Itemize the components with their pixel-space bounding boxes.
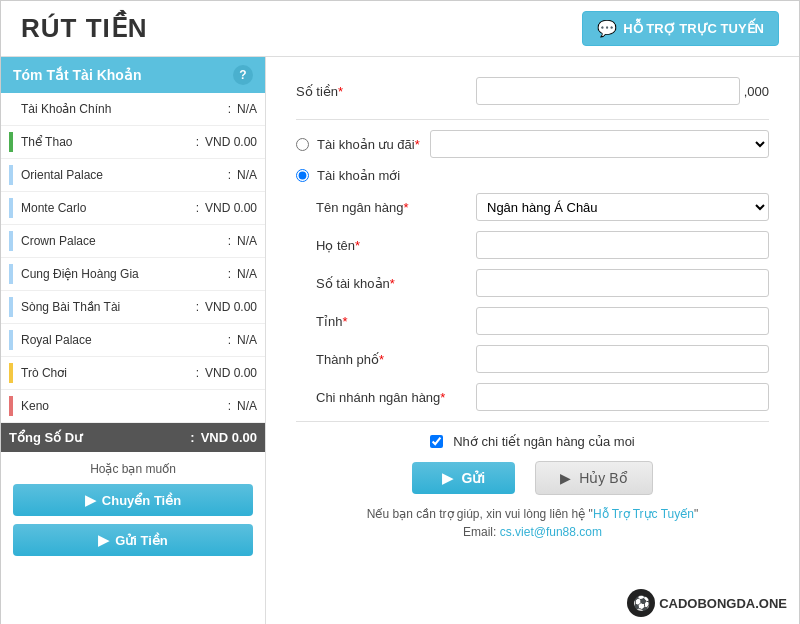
amount-suffix: ,000 <box>744 84 769 99</box>
branch-input[interactable] <box>476 383 769 411</box>
amount-label: Số tiền* <box>296 84 476 99</box>
amount-input[interactable] <box>476 77 740 105</box>
sidebar-item-name: Tài Khoản Chính <box>21 102 228 116</box>
sidebar-item-value: N/A <box>237 102 257 116</box>
sidebar-item-colon: : <box>228 267 231 281</box>
total-label: Tổng Số Dư <box>9 430 190 445</box>
sidebar-total-row: Tổng Số Dư : VND 0.00 <box>1 423 265 452</box>
sidebar-item-name: Monte Carlo <box>21 201 196 215</box>
city-input[interactable] <box>476 345 769 373</box>
sidebar-item-colon: : <box>196 300 199 314</box>
branch-row: Chi nhánh ngân hàng* <box>296 383 769 411</box>
cancel-button[interactable]: ▶ Hủy Bổ <box>535 461 652 495</box>
email-text: Email: cs.viet@fun88.com <box>296 525 769 539</box>
sidebar-item-value: VND 0.00 <box>205 366 257 380</box>
bank-name-row: Tên ngân hàng* Ngân hàng Á Châu <box>296 193 769 221</box>
fullname-label: Họ tên* <box>316 238 476 253</box>
fullname-row: Họ tên* <box>296 231 769 259</box>
list-item: Monte Carlo:VND 0.00 <box>1 192 265 225</box>
list-item: Keno:N/A <box>1 390 265 423</box>
sidebar-item-value: N/A <box>237 234 257 248</box>
color-bar <box>9 99 13 119</box>
bank-name-select[interactable]: Ngân hàng Á Châu <box>476 193 769 221</box>
color-bar <box>9 330 13 350</box>
help-icon[interactable]: ? <box>233 65 253 85</box>
new-account-label: Tài khoản mới <box>317 168 400 183</box>
sidebar-item-colon: : <box>228 102 231 116</box>
arrow-icon-2: ▶ <box>98 532 109 548</box>
cancel-arrow-icon: ▶ <box>560 470 571 486</box>
email-link[interactable]: cs.viet@fun88.com <box>500 525 602 539</box>
new-account-radio[interactable] <box>296 169 309 182</box>
transfer-button[interactable]: ▶ Chuyển Tiền <box>13 484 253 516</box>
arrow-icon: ▶ <box>85 492 96 508</box>
send-button[interactable]: ▶ Gửi Tiền <box>13 524 253 556</box>
total-value: VND 0.00 <box>201 430 257 445</box>
color-bar <box>9 396 13 416</box>
sidebar-item-name: Thể Thao <box>21 135 196 149</box>
support-button-label: HỖ TRỢ TRỰC TUYẾN <box>623 21 764 36</box>
sidebar-item-name: Trò Chơi <box>21 366 196 380</box>
sidebar-item-colon: : <box>196 366 199 380</box>
submit-label: Gửi <box>461 470 485 486</box>
actions-label: Hoặc bạn muốn <box>13 462 253 476</box>
priv-account-row: Tài khoản ưu đãi* <box>296 130 769 158</box>
remember-checkbox[interactable] <box>430 435 443 448</box>
sidebar-item-colon: : <box>228 234 231 248</box>
amount-wrapper: ,000 <box>476 77 769 105</box>
cancel-label: Hủy Bổ <box>579 470 627 486</box>
sidebar-item-value: N/A <box>237 333 257 347</box>
province-input[interactable] <box>476 307 769 335</box>
province-row: Tỉnh* <box>296 307 769 335</box>
list-item: Tài Khoản Chính:N/A <box>1 93 265 126</box>
color-bar <box>9 264 13 284</box>
list-item: Crown Palace:N/A <box>1 225 265 258</box>
form-buttons: ▶ Gửi ▶ Hủy Bổ <box>296 461 769 495</box>
color-bar <box>9 132 13 152</box>
new-account-row: Tài khoản mới <box>296 168 769 183</box>
sidebar-header: Tóm Tắt Tài Khoản ? <box>1 57 265 93</box>
bank-name-label: Tên ngân hàng* <box>316 200 476 215</box>
amount-row: Số tiền* ,000 <box>296 77 769 105</box>
list-item: Thể Thao:VND 0.00 <box>1 126 265 159</box>
submit-arrow-icon: ▶ <box>442 470 453 486</box>
total-colon: : <box>190 430 194 445</box>
sidebar-item-name: Sòng Bài Thần Tài <box>21 300 196 314</box>
sidebar-item-name: Cung Điện Hoàng Gia <box>21 267 228 281</box>
color-bar <box>9 198 13 218</box>
priv-account-radio[interactable] <box>296 138 309 151</box>
support-button[interactable]: 💬 HỖ TRỢ TRỰC TUYẾN <box>582 11 779 46</box>
right-panel: Số tiền* ,000 Tài khoản ưu đãi* <box>266 57 799 624</box>
list-item: Trò Chơi:VND 0.00 <box>1 357 265 390</box>
transfer-button-label: Chuyển Tiền <box>102 493 181 508</box>
priv-account-label: Tài khoản ưu đãi* <box>317 137 420 152</box>
color-bar <box>9 165 13 185</box>
province-label: Tỉnh* <box>316 314 476 329</box>
sidebar-item-colon: : <box>228 168 231 182</box>
list-item: Cung Điện Hoàng Gia:N/A <box>1 258 265 291</box>
sidebar-item-colon: : <box>196 201 199 215</box>
sidebar-header-label: Tóm Tắt Tài Khoản <box>13 67 141 83</box>
sidebar-item-value: VND 0.00 <box>205 201 257 215</box>
priv-account-select[interactable] <box>430 130 769 158</box>
sidebar-actions: Hoặc bạn muốn ▶ Chuyển Tiền ▶ Gửi Tiền <box>1 452 265 574</box>
sidebar-item-name: Royal Palace <box>21 333 228 347</box>
account-number-row: Số tài khoản* <box>296 269 769 297</box>
account-number-input[interactable] <box>476 269 769 297</box>
main-content: Tóm Tắt Tài Khoản ? Tài Khoản Chính:N/AT… <box>1 57 799 624</box>
sidebar-item-colon: : <box>228 399 231 413</box>
help-link[interactable]: Hỗ Trợ Trực Tuyến <box>593 507 694 521</box>
ball-icon: ⚽ <box>627 589 655 617</box>
footer-logo: ⚽ CADOBONGDA.ONE <box>627 589 787 617</box>
page-title: RÚT TIỀN <box>21 13 148 44</box>
fullname-input[interactable] <box>476 231 769 259</box>
submit-button[interactable]: ▶ Gửi <box>412 462 515 494</box>
sidebar-item-name: Oriental Palace <box>21 168 228 182</box>
logo-text: CADOBONGDA.ONE <box>659 596 787 611</box>
sidebar-item-value: N/A <box>237 399 257 413</box>
sidebar: Tóm Tắt Tài Khoản ? Tài Khoản Chính:N/AT… <box>1 57 266 624</box>
sidebar-item-value: N/A <box>237 267 257 281</box>
send-button-label: Gửi Tiền <box>115 533 168 548</box>
sidebar-item-colon: : <box>196 135 199 149</box>
list-item: Oriental Palace:N/A <box>1 159 265 192</box>
